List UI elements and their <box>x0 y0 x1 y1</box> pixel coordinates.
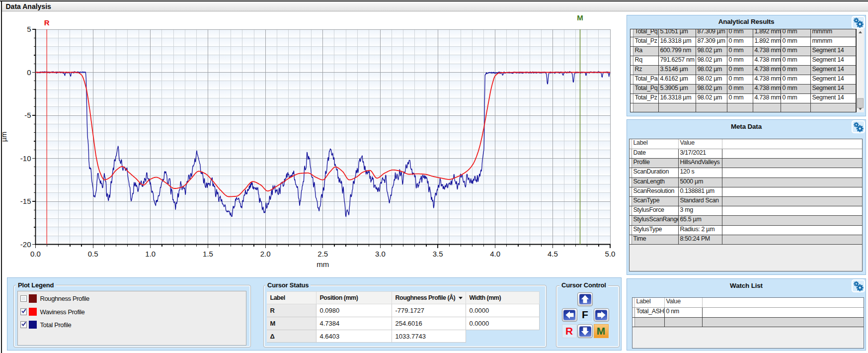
svg-text:1.0: 1.0 <box>145 250 156 258</box>
svg-text:0.5: 0.5 <box>88 250 98 258</box>
svg-text:4.0: 4.0 <box>490 250 500 258</box>
svg-text:1.5: 1.5 <box>203 250 213 258</box>
svg-text:3.0: 3.0 <box>375 250 386 258</box>
svg-text:-10: -10 <box>20 154 31 163</box>
svg-text:5.0: 5.0 <box>605 250 616 258</box>
svg-text:0: 0 <box>27 68 31 77</box>
svg-text:-15: -15 <box>20 197 31 205</box>
svg-text:M: M <box>577 13 583 22</box>
svg-text:-5: -5 <box>24 111 31 119</box>
svg-text:-20: -20 <box>20 240 31 249</box>
svg-text:3.5: 3.5 <box>433 250 443 258</box>
svg-text:4.5: 4.5 <box>548 250 558 258</box>
svg-text:0.0: 0.0 <box>30 250 41 258</box>
svg-text:R: R <box>44 18 50 27</box>
svg-text:5: 5 <box>27 25 31 33</box>
svg-text:2.0: 2.0 <box>260 250 271 258</box>
svg-text:mm: mm <box>316 260 329 268</box>
svg-text:µm: µm <box>0 132 8 142</box>
svg-text:2.5: 2.5 <box>317 250 328 258</box>
